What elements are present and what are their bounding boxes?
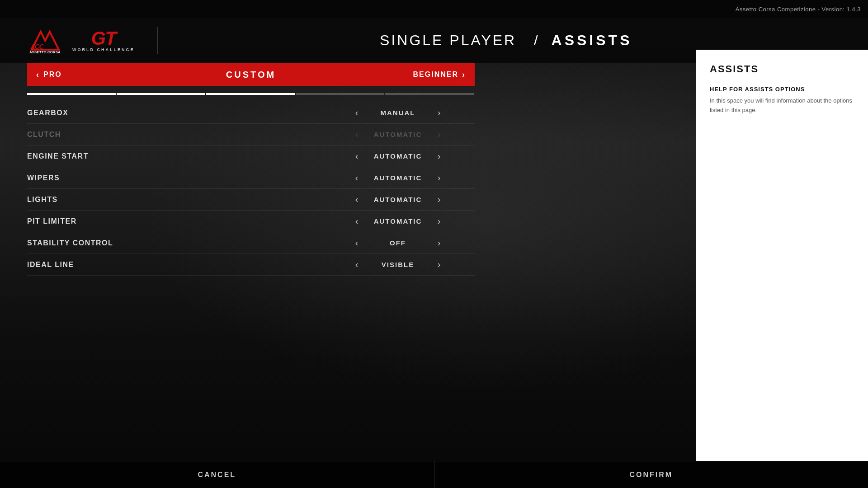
gt-logo: GT WORLD CHALLENGE bbox=[72, 29, 135, 52]
nav-label: SINGLE PLAYER bbox=[380, 32, 516, 48]
prev-arrow-4[interactable]: ‹ bbox=[350, 194, 363, 205]
setting-value-7: VISIBLE bbox=[371, 261, 425, 268]
setting-value-6: OFF bbox=[371, 239, 425, 247]
pro-button[interactable]: ‹ PRO bbox=[27, 63, 148, 86]
setting-row-lights: LIGHTS ‹ AUTOMATIC › bbox=[27, 189, 475, 211]
setting-control-4: ‹ AUTOMATIC › bbox=[321, 194, 475, 205]
next-arrow-0[interactable]: › bbox=[432, 108, 446, 118]
help-title: HELP FOR ASSISTS OPTIONS bbox=[710, 86, 854, 93]
setting-value-4: AUTOMATIC bbox=[371, 196, 425, 203]
setting-control-2: ‹ AUTOMATIC › bbox=[321, 151, 475, 161]
setting-name-4: LIGHTS bbox=[27, 196, 321, 204]
acc-logo: ASSETTO CORSA ACC bbox=[27, 27, 63, 54]
world-challenge-text: WORLD CHALLENGE bbox=[72, 48, 135, 52]
main-content: ‹ PRO CUSTOM BEGINNER › GEARBOX ‹ MANUAL… bbox=[27, 63, 475, 461]
setting-value-3: AUTOMATIC bbox=[371, 174, 425, 182]
seg-3 bbox=[206, 93, 295, 95]
setting-row-pit-limiter: PIT LIMITER ‹ AUTOMATIC › bbox=[27, 211, 475, 232]
version-label: Assetto Corsa Competizione - Version: 1.… bbox=[736, 6, 861, 13]
seg-2 bbox=[117, 93, 205, 95]
separator: / bbox=[534, 32, 540, 48]
setting-value-0: MANUAL bbox=[371, 109, 425, 117]
cancel-button[interactable]: CANCEL bbox=[0, 461, 434, 488]
settings-list: GEARBOX ‹ MANUAL › CLUTCH ‹ AUTOMATIC › … bbox=[27, 102, 475, 276]
page-title-area: SINGLE PLAYER / ASSISTS bbox=[171, 32, 841, 49]
side-panel-title: ASSISTS bbox=[710, 63, 854, 75]
prev-arrow-6[interactable]: ‹ bbox=[350, 238, 363, 248]
bottom-bar: CANCELCONFIRM bbox=[0, 461, 868, 488]
acc-logo-icon: ASSETTO CORSA ACC bbox=[27, 27, 63, 54]
next-arrow-2[interactable]: › bbox=[432, 151, 446, 161]
prev-arrow-3[interactable]: ‹ bbox=[350, 173, 363, 183]
setting-name-6: STABILITY CONTROL bbox=[27, 239, 321, 247]
setting-row-engine-start: ENGINE START ‹ AUTOMATIC › bbox=[27, 145, 475, 167]
setting-value-2: AUTOMATIC bbox=[371, 152, 425, 160]
next-arrow-7[interactable]: › bbox=[432, 259, 446, 270]
svg-text:ACC: ACC bbox=[30, 43, 44, 50]
next-arrow-1: › bbox=[432, 129, 446, 140]
setting-value-5: AUTOMATIC bbox=[371, 217, 425, 225]
custom-button[interactable]: CUSTOM bbox=[148, 63, 354, 86]
logo-area: ASSETTO CORSA ACC GT WORLD CHALLENGE bbox=[27, 27, 171, 54]
next-arrow-6[interactable]: › bbox=[432, 238, 446, 248]
setting-control-6: ‹ OFF › bbox=[321, 238, 475, 248]
setting-value-1: AUTOMATIC bbox=[371, 131, 425, 138]
setting-row-gearbox: GEARBOX ‹ MANUAL › bbox=[27, 102, 475, 124]
prev-arrow-2[interactable]: ‹ bbox=[350, 151, 363, 161]
prev-arrow-5[interactable]: ‹ bbox=[350, 216, 363, 226]
setting-row-wipers: WIPERS ‹ AUTOMATIC › bbox=[27, 167, 475, 189]
topbar: Assetto Corsa Competizione - Version: 1.… bbox=[0, 0, 868, 18]
setting-row-clutch: CLUTCH ‹ AUTOMATIC › bbox=[27, 124, 475, 145]
gt-text: GT bbox=[91, 29, 116, 48]
prev-arrow-1: ‹ bbox=[350, 129, 363, 140]
setting-name-2: ENGINE START bbox=[27, 152, 321, 160]
difficulty-segments bbox=[27, 93, 475, 95]
seg-4 bbox=[296, 93, 384, 95]
next-arrow-3[interactable]: › bbox=[432, 173, 446, 183]
header-divider bbox=[157, 27, 158, 54]
setting-row-ideal-line: IDEAL LINE ‹ VISIBLE › bbox=[27, 254, 475, 276]
difficulty-bar: ‹ PRO CUSTOM BEGINNER › bbox=[27, 63, 475, 86]
setting-name-5: PIT LIMITER bbox=[27, 217, 321, 225]
seg-5 bbox=[385, 93, 474, 95]
svg-text:ASSETTO CORSA: ASSETTO CORSA bbox=[29, 50, 61, 54]
prev-arrow-7[interactable]: ‹ bbox=[350, 259, 363, 270]
setting-name-1: CLUTCH bbox=[27, 131, 321, 139]
setting-control-3: ‹ AUTOMATIC › bbox=[321, 173, 475, 183]
setting-row-stability-control: STABILITY CONTROL ‹ OFF › bbox=[27, 232, 475, 254]
setting-name-0: GEARBOX bbox=[27, 109, 321, 117]
setting-name-3: WIPERS bbox=[27, 174, 321, 182]
setting-name-7: IDEAL LINE bbox=[27, 261, 321, 269]
prev-arrow-0[interactable]: ‹ bbox=[350, 108, 363, 118]
side-panel: ASSISTS HELP FOR ASSISTS OPTIONS In this… bbox=[696, 50, 868, 461]
beginner-button[interactable]: BEGINNER › bbox=[354, 63, 475, 86]
setting-control-0: ‹ MANUAL › bbox=[321, 108, 475, 118]
confirm-button[interactable]: CONFIRM bbox=[434, 461, 868, 488]
setting-control-1: ‹ AUTOMATIC › bbox=[321, 129, 475, 140]
seg-1 bbox=[27, 93, 116, 95]
help-text: In this space you will find information … bbox=[710, 96, 854, 115]
setting-control-5: ‹ AUTOMATIC › bbox=[321, 216, 475, 226]
page-title: SINGLE PLAYER / ASSISTS bbox=[171, 32, 841, 49]
next-arrow-5[interactable]: › bbox=[432, 216, 446, 226]
next-arrow-4[interactable]: › bbox=[432, 194, 446, 205]
section-label: ASSISTS bbox=[552, 32, 632, 48]
setting-control-7: ‹ VISIBLE › bbox=[321, 259, 475, 270]
